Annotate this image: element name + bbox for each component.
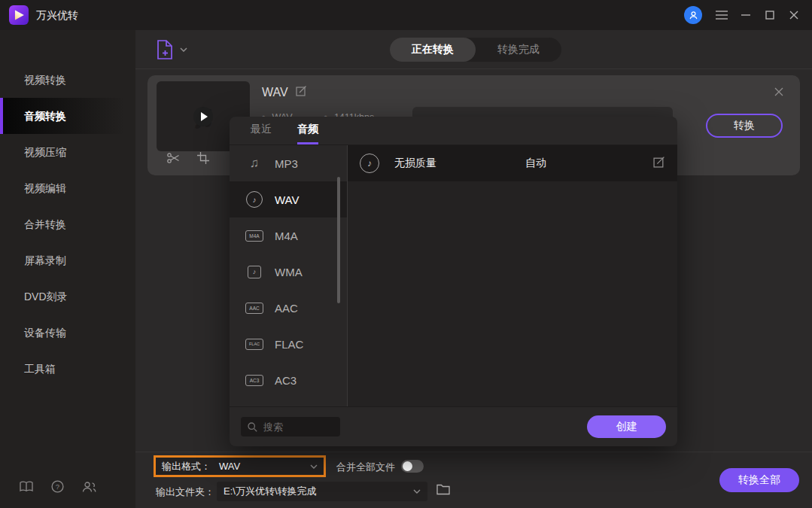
- browse-folder-button[interactable]: [436, 484, 450, 498]
- edit-icon: [296, 85, 307, 96]
- format-item-m4a[interactable]: M4A M4A: [230, 217, 347, 254]
- disc-note-icon: ♪: [245, 191, 264, 208]
- format-popup-footer: 创建: [230, 406, 677, 446]
- chevron-down-icon: [310, 464, 318, 469]
- maximize-icon: [765, 11, 774, 20]
- conversion-tabs: 正在转换 转换完成: [390, 38, 561, 62]
- sidebar-item-merge-convert[interactable]: 合并转换: [0, 206, 135, 242]
- remove-file-button[interactable]: [774, 86, 783, 99]
- sidebar-item-video-convert[interactable]: 视频转换: [0, 62, 135, 98]
- people-icon: [82, 481, 96, 493]
- chevron-down-icon: [413, 489, 421, 494]
- output-folder-label: 输出文件夹：: [156, 485, 214, 499]
- sidebar: 视频转换 音频转换 视频压缩 视频编辑 合并转换 屏幕录制 DVD刻录 设备传输…: [0, 30, 135, 508]
- user-avatar[interactable]: [684, 6, 702, 24]
- rename-button[interactable]: [296, 85, 307, 99]
- svg-text:?: ?: [56, 482, 59, 491]
- convert-button[interactable]: 转换: [706, 114, 783, 138]
- format-popup-tabs: 最近 音频: [230, 117, 677, 145]
- help-button[interactable]: ?: [51, 480, 64, 496]
- ac3-badge-icon: AC3: [245, 375, 264, 386]
- m4a-badge-icon: M4A: [245, 230, 264, 242]
- merge-all-label: 合并全部文件: [336, 461, 395, 474]
- quality-name: 无损质量: [394, 157, 436, 170]
- file-title: WAV: [262, 86, 288, 99]
- manual-button[interactable]: [20, 481, 33, 495]
- minimize-icon: [741, 11, 750, 20]
- format-item-wma[interactable]: ♪ WMA: [230, 254, 347, 290]
- play-icon: [201, 112, 208, 121]
- app-title: 万兴优转: [36, 0, 78, 30]
- output-folder-value: E:\万兴优转\转换完成: [224, 485, 317, 498]
- convert-all-button[interactable]: 转换全部: [719, 468, 799, 492]
- format-popup: 最近 音频 ♫ MP3 ♪ WAV M4A M4A ♪ WMA: [230, 117, 677, 446]
- format-list: ♫ MP3 ♪ WAV M4A M4A ♪ WMA AAC AAC: [230, 145, 348, 406]
- format-item-aac[interactable]: AAC AAC: [230, 290, 347, 326]
- sidebar-item-audio-convert[interactable]: 音频转换: [0, 98, 135, 134]
- chevron-down-icon: [180, 47, 187, 52]
- scissors-icon: [167, 152, 180, 164]
- close-window-button[interactable]: [782, 0, 806, 30]
- tab-finished[interactable]: 转换完成: [476, 38, 561, 62]
- sidebar-item-screen-record[interactable]: 屏幕录制: [0, 242, 135, 278]
- quality-value: 自动: [525, 157, 546, 170]
- close-icon: [774, 87, 783, 96]
- main-toolbar: 正在转换 转换完成: [135, 30, 812, 69]
- toggle-knob: [403, 461, 412, 471]
- create-button[interactable]: 创建: [587, 415, 666, 438]
- trim-button[interactable]: [167, 152, 180, 167]
- output-format-label: 输出格式：: [156, 460, 219, 473]
- book-icon: [20, 481, 33, 492]
- contact-button[interactable]: [82, 481, 96, 496]
- flac-badge-icon: FLAC: [245, 339, 264, 350]
- bottom-bar: 输出格式： WAV 合并全部文件 输出文件夹： E:\万兴优转\转换完成 转换全…: [135, 452, 812, 508]
- search-box: [241, 417, 340, 437]
- sidebar-item-video-compress[interactable]: 视频压缩: [0, 134, 135, 170]
- tab-audio[interactable]: 音频: [297, 117, 318, 144]
- close-icon: [789, 11, 798, 20]
- quality-edit-button[interactable]: [653, 156, 665, 171]
- sidebar-item-device-transfer[interactable]: 设备传输: [0, 315, 135, 351]
- folder-icon: [436, 484, 450, 495]
- sidebar-item-dvd-burn[interactable]: DVD刻录: [0, 278, 135, 315]
- quality-row[interactable]: ♪ 无损质量 自动: [348, 145, 677, 181]
- sidebar-item-toolbox[interactable]: 工具箱: [0, 351, 135, 387]
- aac-badge-icon: AAC: [245, 303, 264, 314]
- crop-button[interactable]: [197, 152, 209, 167]
- hamburger-icon: [716, 11, 728, 20]
- add-file-icon: [157, 39, 174, 60]
- maximize-button[interactable]: [758, 0, 782, 30]
- minimize-button[interactable]: [734, 0, 758, 30]
- format-item-flac[interactable]: FLAC FLAC: [230, 326, 347, 362]
- output-format-value: WAV: [219, 461, 240, 472]
- person-icon: [688, 10, 699, 21]
- search-icon: [248, 422, 257, 432]
- format-list-scrollbar[interactable]: [337, 177, 340, 303]
- search-input[interactable]: [263, 421, 333, 433]
- titlebar: 万兴优转: [0, 0, 812, 30]
- tab-converting[interactable]: 正在转换: [390, 38, 476, 62]
- menu-button[interactable]: [710, 0, 734, 30]
- crop-icon: [197, 152, 209, 164]
- app-window: 万兴优转: [0, 0, 812, 508]
- add-file-button[interactable]: [157, 39, 187, 60]
- play-button[interactable]: [193, 107, 213, 126]
- music-note-icon: ♫: [245, 156, 264, 171]
- quality-note-icon: ♪: [360, 154, 379, 173]
- app-logo-icon: [9, 5, 29, 25]
- output-folder-dropdown[interactable]: E:\万兴优转\转换完成: [217, 482, 427, 501]
- sidebar-item-video-edit[interactable]: 视频编辑: [0, 170, 135, 206]
- output-format-field[interactable]: 输出格式： WAV: [154, 455, 326, 477]
- note-box-icon: ♪: [245, 266, 264, 278]
- merge-all-toggle[interactable]: [401, 460, 424, 473]
- format-item-mp3[interactable]: ♫ MP3: [230, 145, 347, 181]
- tab-recent[interactable]: 最近: [251, 117, 272, 144]
- edit-icon: [653, 156, 665, 168]
- help-icon: ?: [51, 480, 64, 493]
- format-item-ac3[interactable]: AC3 AC3: [230, 362, 347, 398]
- quality-panel: ♪ 无损质量 自动: [348, 145, 677, 406]
- format-item-wav[interactable]: ♪ WAV: [230, 181, 347, 217]
